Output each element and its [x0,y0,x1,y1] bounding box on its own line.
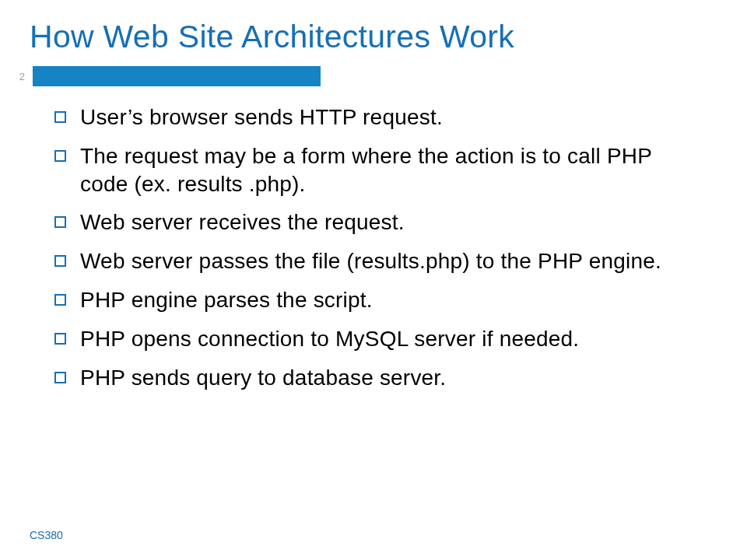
list-item: Web server receives the request. [54,208,700,236]
bullet-box-icon [54,333,66,345]
list-item: PHP sends query to database server. [54,364,700,392]
bullet-text: PHP opens connection to MySQL server if … [80,325,579,353]
bullet-text: PHP sends query to database server. [80,364,446,392]
bullet-text: User’s browser sends HTTP request. [80,103,443,131]
bullet-text: Web server passes the file (results.php)… [80,247,661,275]
accent-bar [33,66,321,86]
slide-number: 2 [16,71,26,82]
list-item: User’s browser sends HTTP request. [54,103,700,131]
bullet-text: Web server receives the request. [80,208,405,236]
bullet-box-icon [54,111,66,123]
slide-title: How Web Site Architectures Work [0,0,747,63]
bullet-box-icon [54,255,66,267]
bullet-box-icon [54,294,66,306]
bullet-text: PHP engine parses the script. [80,286,373,314]
bullet-box-icon [54,216,66,228]
list-item: Web server passes the file (results.php)… [54,247,700,275]
bullet-text: The request may be a form where the acti… [80,142,700,198]
list-item: PHP opens connection to MySQL server if … [54,325,700,353]
bullet-box-icon [54,372,66,383]
bullet-box-icon [54,150,66,162]
footer-course-label: CS380 [30,529,63,541]
bullet-list: User’s browser sends HTTP request. The r… [0,86,747,392]
list-item: PHP engine parses the script. [54,286,700,314]
accent-row: 2 [0,66,747,86]
list-item: The request may be a form where the acti… [54,142,700,198]
